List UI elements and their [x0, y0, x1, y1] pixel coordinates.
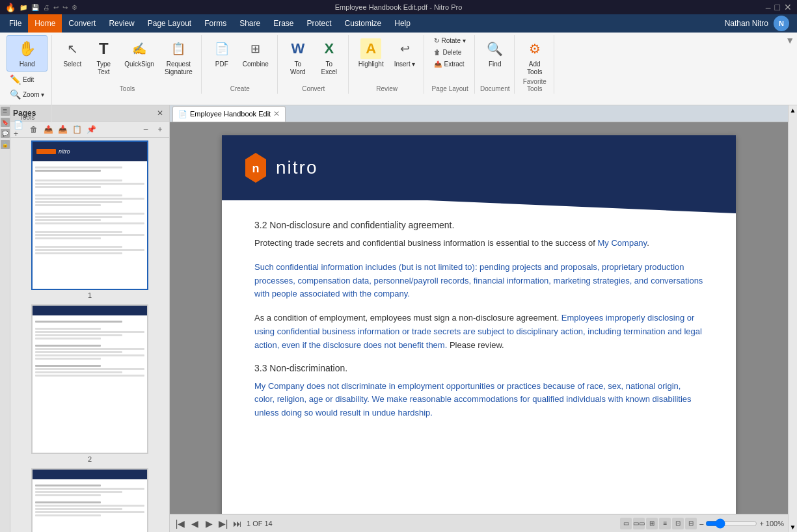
close-btn[interactable]: ✕	[784, 2, 792, 12]
edit-button[interactable]: ✏️ Edit	[7, 72, 47, 86]
select-icon: ↖	[62, 38, 83, 59]
ribbon: ✋ Hand ✏️ Edit 🔍 Zoom ▾ Tools	[0, 33, 797, 105]
menu-pagelayout[interactable]: Page Layout	[141, 14, 198, 33]
page-num-1: 1	[88, 291, 92, 299]
zoom-minus-btn[interactable]: –	[699, 520, 703, 527]
minimize-btn[interactable]: –	[766, 2, 771, 12]
group-label-convert: Convert	[279, 85, 348, 92]
ribbon-scroll-btn[interactable]: ▼	[785, 35, 794, 46]
user-avatar[interactable]: N	[774, 16, 789, 31]
maximize-btn[interactable]: □	[775, 2, 780, 12]
view-scroll-btn[interactable]: ≡	[659, 518, 671, 529]
menu-erase[interactable]: Erase	[267, 14, 300, 33]
view-fit-btn[interactable]: ⊡	[672, 518, 684, 529]
view-widefit-btn[interactable]: ⊟	[685, 518, 697, 529]
hand-label: Hand	[20, 60, 35, 68]
combine-icon: ⊞	[245, 38, 266, 59]
zoom-slider[interactable]	[705, 518, 757, 529]
pages-paste-btn[interactable]: 📌	[85, 123, 98, 136]
pdf-button[interactable]: 📄 PDF	[207, 35, 237, 72]
delete-button[interactable]: 🗑 Delete	[429, 47, 470, 58]
zoom-button[interactable]: 🔍 Zoom ▾	[7, 87, 47, 101]
user-area: Nathan Nitro N	[725, 16, 794, 31]
nav-last-btn[interactable]: ⏭	[231, 517, 244, 530]
menu-forms[interactable]: Forms	[198, 14, 233, 33]
pdf-para2: Such confidential information includes (…	[254, 261, 703, 301]
hand-button[interactable]: ✋ Hand	[7, 35, 47, 72]
zoom-plus-btn[interactable]: +	[759, 520, 763, 527]
view-grid-btn[interactable]: ⊞	[646, 518, 658, 529]
request-signature-button[interactable]: 📋 RequestSignature	[160, 35, 197, 79]
edit-icon: ✏️	[10, 74, 21, 85]
ribbon-group-convert: W ToWord X ToExcel Convert	[279, 35, 349, 94]
add-tools-button[interactable]: ⚙ AddTools	[520, 35, 550, 79]
status-bar: |◀ ◀ ▶ ▶| ⏭ 1 OF 14 ▭ ▭▭ ⊞ ≡ ⊡ ⊟	[170, 514, 788, 532]
type-button[interactable]: T TypeText	[88, 35, 118, 79]
combine-button[interactable]: ⊞ Combine	[238, 35, 273, 72]
pages-zoom-out-btn[interactable]: –	[139, 123, 152, 136]
pages-extract-btn[interactable]: 📤	[42, 123, 55, 136]
menu-help[interactable]: Help	[388, 14, 417, 33]
pdf-link3: Employees improperly disclosing or using…	[254, 313, 702, 350]
right-sidebar: ▲ ▼	[788, 105, 797, 532]
status-right: ▭ ▭▭ ⊞ ≡ ⊡ ⊟ – + 100%	[620, 518, 784, 529]
pages-delete-btn[interactable]: 🗑	[27, 123, 40, 136]
rotate-button[interactable]: ↻ Rotate ▾	[429, 35, 470, 46]
group-label-tools2: Tools	[53, 85, 200, 92]
view-single-btn[interactable]: ▭	[620, 518, 632, 529]
nav-prev-btn[interactable]: ◀	[188, 517, 201, 530]
extract-label: Extract	[444, 60, 464, 68]
username: Nathan Nitro	[725, 19, 768, 28]
pdf-icon: 📄	[211, 38, 232, 59]
scroll-down-btn[interactable]: ▼	[790, 524, 796, 532]
find-label: Find	[489, 60, 501, 68]
excel-icon: X	[319, 38, 340, 59]
view-dual-btn[interactable]: ▭▭	[633, 518, 645, 529]
comments-icon[interactable]: 💬	[1, 129, 10, 138]
pdf-header: n nitro	[222, 135, 736, 200]
status-left: |◀ ◀ ▶ ▶| ⏭ 1 OF 14	[174, 517, 273, 530]
group-label-tools1: Tools	[3, 114, 51, 121]
pdf-page: n nitro 3.2 Non-disclosure and confident…	[222, 135, 736, 514]
to-excel-button[interactable]: X ToExcel	[314, 35, 344, 79]
menu-review[interactable]: Review	[102, 14, 141, 33]
menu-file[interactable]: File	[3, 14, 28, 33]
pdf-link4: My Company does not discriminate in empl…	[254, 381, 692, 418]
to-word-button[interactable]: W ToWord	[283, 35, 313, 79]
insert-button[interactable]: ↩ Insert ▾	[390, 35, 420, 72]
left-panel-icons: ☰ 🔖 💬 🔒	[0, 105, 10, 532]
doc-viewer[interactable]: n nitro 3.2 Non-disclosure and confident…	[170, 122, 788, 514]
menu-share[interactable]: Share	[233, 14, 267, 33]
nav-play-btn[interactable]: ▶	[202, 517, 215, 530]
pages-import-btn[interactable]: 📥	[56, 123, 69, 136]
quicksign-button[interactable]: ✍ QuickSign	[120, 35, 159, 79]
menu-bar: File Home Convert Review Page Layout For…	[0, 14, 797, 33]
highlight-button[interactable]: A Highlight	[354, 35, 388, 72]
extract-button[interactable]: 📤 Extract	[429, 59, 470, 70]
find-button[interactable]: 🔍 Find	[480, 35, 510, 72]
page-thumb-3[interactable]: 3	[13, 468, 167, 532]
menu-protect[interactable]: Protect	[301, 14, 338, 33]
select-button[interactable]: ↖ Select	[57, 35, 87, 79]
pages-add-btn[interactable]: 📄+	[13, 123, 26, 136]
pdf-link2: Such confidential information includes (…	[254, 262, 703, 299]
page-thumb-1[interactable]: nitro	[13, 140, 167, 299]
pages-zoom-in-btn[interactable]: +	[154, 123, 167, 136]
title-bar-controls[interactable]: – □ ✕	[766, 2, 792, 12]
page-thumb-2[interactable]: 2	[13, 304, 167, 463]
menu-convert[interactable]: Convert	[62, 14, 102, 33]
ribbon-group-create: 📄 PDF ⊞ Combine Create	[203, 35, 278, 94]
page-info: 1 OF 14	[247, 520, 273, 527]
security-icon[interactable]: 🔒	[1, 140, 10, 149]
edit-label: Edit	[23, 76, 34, 83]
page-thumb-img-2	[31, 304, 148, 454]
ribbon-group-review: A Highlight ↩ Insert ▾ Review	[350, 35, 425, 94]
insert-icon: ↩	[394, 38, 415, 59]
nav-next-btn[interactable]: ▶|	[217, 517, 230, 530]
pages-copy-btn[interactable]: 📋	[70, 123, 83, 136]
nav-first-btn[interactable]: |◀	[174, 517, 187, 530]
zoom-icon: 🔍	[10, 89, 21, 100]
menu-home[interactable]: Home	[28, 14, 62, 33]
pages-zoom-controls: – +	[139, 123, 167, 136]
menu-customize[interactable]: Customize	[338, 14, 388, 33]
